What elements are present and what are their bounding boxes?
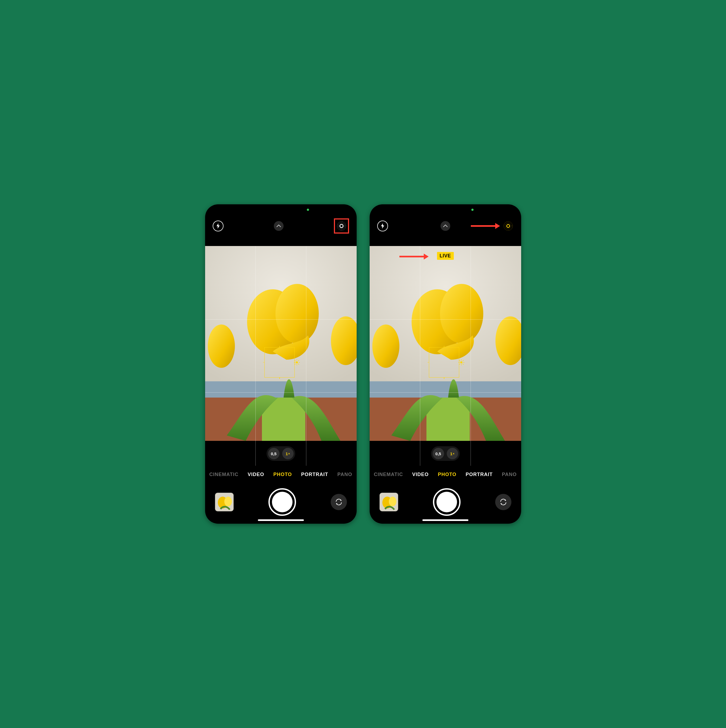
flash-off-icon: [216, 223, 220, 229]
zoom-suffix: ×: [453, 452, 454, 455]
mode-selector[interactable]: CINEMATIC VIDEO PHOTO PORTRAIT PANO: [205, 466, 357, 483]
svg-rect-27: [370, 381, 521, 398]
zoom-suffix: ×: [288, 452, 290, 455]
chevron-up-icon: [277, 225, 281, 227]
svg-point-25: [504, 222, 512, 231]
top-controls: [205, 215, 357, 237]
shutter-inner: [436, 492, 457, 512]
top-controls: [370, 215, 521, 237]
shutter-button[interactable]: [268, 488, 296, 516]
mode-pano[interactable]: PANO: [338, 472, 352, 477]
svg-line-16: [295, 360, 295, 361]
svg-line-40: [463, 364, 463, 364]
svg-line-18: [298, 360, 299, 361]
viewfinder[interactable]: LIVE 0,5 1×: [370, 246, 521, 466]
svg-point-30: [372, 324, 399, 368]
zoom-0-5x[interactable]: 0,5: [433, 448, 444, 459]
svg-point-11: [296, 361, 298, 364]
mode-selector[interactable]: CINEMATIC VIDEO PHOTO PORTRAIT PANO: [370, 466, 521, 483]
svg-point-24: [505, 223, 511, 229]
bottom-controls: [205, 483, 357, 524]
status-bar: [370, 204, 521, 215]
svg-point-34: [460, 361, 462, 364]
mode-video[interactable]: VIDEO: [412, 472, 429, 477]
live-photo-icon: [336, 220, 347, 231]
exposure-sun-icon[interactable]: [459, 359, 464, 366]
zoom-1x[interactable]: 1×: [282, 448, 293, 459]
live-photo-toggle-active[interactable]: [503, 220, 514, 231]
exposure-sun-icon[interactable]: [294, 359, 300, 366]
live-photo-toggle[interactable]: [334, 219, 349, 234]
live-photo-icon-active: [503, 220, 514, 232]
bottom-controls: [370, 483, 521, 524]
mode-photo[interactable]: PHOTO: [273, 472, 292, 477]
svg-line-41: [463, 360, 463, 361]
privacy-indicator-dot: [307, 209, 309, 211]
svg-rect-4: [205, 381, 357, 398]
mode-cinematic[interactable]: CINEMATIC: [374, 472, 403, 477]
svg-point-22: [224, 497, 232, 506]
live-badge: LIVE: [437, 252, 454, 260]
home-indicator[interactable]: [422, 519, 468, 521]
viewfinder[interactable]: 0,5 1×: [205, 246, 357, 466]
mode-pano[interactable]: PANO: [502, 472, 517, 477]
privacy-indicator-dot: [471, 209, 474, 211]
annotation-arrow-to-live-icon: [471, 223, 500, 229]
svg-line-39: [459, 360, 460, 361]
svg-line-19: [295, 364, 295, 364]
flash-off-icon: [381, 223, 385, 229]
svg-point-33: [440, 284, 483, 343]
shutter-inner: [272, 492, 292, 512]
zoom-wide-label: 0,5: [436, 451, 441, 456]
svg-point-45: [389, 497, 396, 506]
phone-right: LIVE 0,5 1× CINEMATIC VIDEO PHOTO: [370, 204, 521, 524]
camera-preview-image: [205, 246, 357, 441]
zoom-main-label: 1: [450, 451, 452, 456]
thumbnail-image: [380, 493, 398, 511]
camera-settings-chevron[interactable]: [273, 220, 284, 231]
svg-point-1: [339, 223, 344, 229]
shutter-button[interactable]: [433, 488, 460, 516]
mode-video[interactable]: VIDEO: [248, 472, 264, 477]
zoom-1x[interactable]: 1×: [447, 448, 458, 459]
zoom-selector: 0,5 1×: [266, 446, 295, 461]
flash-button[interactable]: [377, 220, 388, 231]
flip-camera-button[interactable]: [331, 494, 347, 510]
camera-settings-chevron[interactable]: [440, 220, 451, 231]
svg-point-10: [275, 284, 319, 343]
camera-preview-image: [370, 246, 521, 441]
last-photo-thumbnail[interactable]: [379, 492, 398, 511]
svg-point-7: [208, 324, 235, 368]
svg-point-0: [340, 224, 343, 228]
annotation-arrow-to-live-badge: [399, 254, 429, 260]
flip-camera-icon: [335, 498, 343, 506]
svg-line-42: [459, 364, 460, 364]
last-photo-thumbnail[interactable]: [215, 492, 234, 511]
status-bar: [205, 204, 357, 215]
flash-button[interactable]: [213, 220, 223, 231]
mode-portrait[interactable]: PORTRAIT: [466, 472, 493, 477]
zoom-0-5x[interactable]: 0,5: [268, 448, 280, 459]
chevron-up-icon: [443, 225, 448, 227]
mode-portrait[interactable]: PORTRAIT: [301, 472, 328, 477]
phone-left: 0,5 1× CINEMATIC VIDEO PHOTO PORTRAIT PA…: [205, 204, 357, 524]
home-indicator[interactable]: [258, 519, 304, 521]
zoom-wide-label: 0,5: [271, 451, 277, 456]
focus-indicator[interactable]: [429, 347, 459, 378]
svg-line-17: [298, 364, 299, 364]
mode-photo[interactable]: PHOTO: [438, 472, 457, 477]
focus-indicator[interactable]: [264, 347, 295, 378]
flip-camera-icon: [499, 498, 507, 506]
thumbnail-image: [215, 493, 234, 511]
svg-point-23: [507, 225, 509, 228]
zoom-selector: 0,5 1×: [431, 446, 460, 461]
zoom-main-label: 1: [286, 451, 288, 456]
flip-camera-button[interactable]: [495, 494, 511, 510]
mode-cinematic[interactable]: CINEMATIC: [209, 472, 238, 477]
